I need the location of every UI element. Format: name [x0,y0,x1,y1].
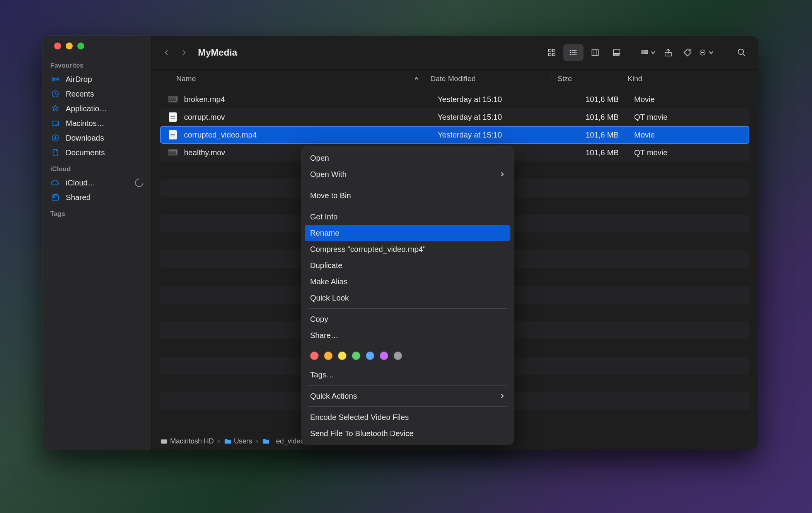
icon-view-button[interactable] [542,44,562,61]
tag-color-dot[interactable] [338,352,346,360]
menu-separator [308,185,507,185]
menu-item-label: Open [310,154,329,163]
sidebar-item-app[interactable]: Applicatio… [43,101,151,116]
gallery-view-button[interactable] [607,44,627,61]
menu-item[interactable]: Share… [305,327,510,343]
menu-item[interactable]: Open [305,150,510,166]
svg-rect-6 [52,196,59,200]
svg-rect-27 [647,50,648,51]
window-controls [43,42,151,56]
svg-line-38 [743,54,745,56]
file-date: Yesterday at 15:10 [432,131,558,139]
tag-color-dot[interactable] [366,352,374,360]
folder-icon [262,438,270,445]
menu-item[interactable]: Quick Actions [305,388,510,404]
svg-rect-24 [618,54,619,55]
file-row[interactable]: corrupt.movYesterday at 15:10101,6 MBQT … [160,108,749,126]
svg-rect-10 [549,53,551,55]
clock-icon [50,89,60,99]
file-size: 101,6 MB [558,113,628,122]
column-view-button[interactable] [585,44,605,61]
sidebar-item-disk[interactable]: Macintos… [43,116,151,131]
sidebar-item-download[interactable]: Downloads [43,131,151,145]
tag-color-dot[interactable] [352,352,360,360]
svg-point-36 [703,52,704,53]
app-icon [50,104,60,114]
folder-icon [224,438,232,445]
menu-tag-colors [305,348,510,362]
svg-rect-8 [549,49,551,51]
column-size-header[interactable]: Size [551,75,621,83]
menu-item-label: Open With [310,170,346,179]
sidebar-item-label: Shared [66,193,143,202]
file-kind: Movie [628,95,749,104]
sidebar-item-airdrop[interactable]: AirDrop [43,72,151,87]
sidebar-section-title: Tags [43,205,151,220]
menu-item[interactable]: Copy [305,311,510,327]
forward-button[interactable] [177,46,190,59]
tag-button[interactable] [680,45,695,60]
menu-item[interactable]: Duplicate [305,257,510,273]
sidebar-item-label: Applicatio… [66,104,143,113]
file-size: 101,6 MB [558,131,628,139]
menu-item-label: Encode Selected Video Files [310,413,409,422]
shared-icon [50,192,60,202]
menu-item[interactable]: Quick Look [305,290,510,306]
menu-item[interactable]: Make Alias [305,273,510,290]
sidebar-item-clock[interactable]: Recents [43,87,151,101]
svg-point-34 [701,52,702,53]
menu-item[interactable]: Rename [305,225,510,241]
svg-point-17 [570,54,571,55]
close-window-button[interactable] [54,42,61,49]
menu-item-label: Share… [310,331,338,340]
menu-item[interactable]: Move to Bin [305,187,510,204]
list-view-button[interactable] [563,44,583,61]
zoom-window-button[interactable] [77,42,84,49]
menu-item[interactable]: Compress "corrupted_video.mp4" [305,241,510,257]
breadcrumb-segment[interactable] [262,438,272,445]
share-button[interactable] [660,45,676,60]
breadcrumb-segment[interactable]: Macintosh HD [160,437,214,445]
column-kind-header[interactable]: Kind [621,75,749,83]
file-kind: QT movie [628,148,749,157]
column-date-header[interactable]: Date Modified [424,75,551,83]
tag-color-dot[interactable] [380,352,388,360]
group-by-button[interactable] [641,45,657,60]
minimize-window-button[interactable] [66,42,73,49]
svg-rect-25 [642,50,644,51]
file-name: corrupted_video.mp4 [184,131,432,139]
sidebar-item-doc[interactable]: Documents [43,145,151,160]
breadcrumb-label: Macintosh HD [170,437,214,445]
sidebar-item-shared[interactable]: Shared [43,190,151,205]
file-row[interactable]: broken.mp4Yesterday at 15:10101,6 MBMovi… [160,90,749,108]
menu-item[interactable]: Get Info [305,209,510,225]
sidebar-item-label: Macintos… [66,119,143,128]
menu-item-label: Rename [310,229,339,238]
tag-color-dot[interactable] [394,352,402,360]
svg-point-3 [57,124,58,125]
menu-separator [308,308,507,309]
sidebar-item-cloud[interactable]: iCloud… [43,175,151,190]
svg-point-16 [570,52,571,53]
more-button[interactable] [699,45,715,60]
sync-progress-icon [133,177,145,189]
context-menu: OpenOpen WithMove to BinGet InfoRenameCo… [302,147,513,445]
menu-item[interactable]: Tags… [305,367,510,383]
menu-separator [308,385,507,386]
tag-color-dot[interactable] [324,352,333,360]
svg-point-32 [689,50,690,51]
menu-item[interactable]: Open With [305,166,510,182]
menu-item[interactable]: Send File To Bluetooth Device [305,425,510,442]
disk-icon [160,438,168,445]
menu-item[interactable]: Encode Selected Video Files [305,409,510,425]
breadcrumb-segment[interactable]: Users [224,437,252,445]
file-row[interactable]: corrupted_video.mp4Yesterday at 15:10101… [160,126,749,144]
back-button[interactable] [160,46,173,59]
column-name-header[interactable]: Name [176,75,196,83]
file-kind: QT movie [628,113,749,122]
tag-color-dot[interactable] [310,352,319,360]
menu-item-label: Copy [310,315,328,324]
view-switcher [542,44,627,61]
column-header: Name Date Modified Size Kind [152,70,758,88]
search-button[interactable] [734,45,749,60]
